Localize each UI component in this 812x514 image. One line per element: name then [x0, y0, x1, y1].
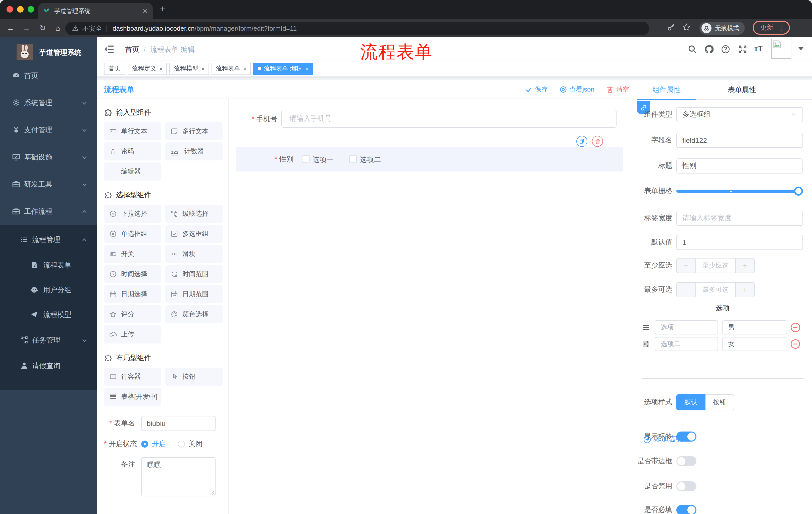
palette-item-下拉选择[interactable]: 下拉选择	[104, 205, 161, 223]
sidebar-item-任务管理[interactable]: 任务管理	[0, 327, 97, 353]
tag-close-icon[interactable]: ×	[159, 65, 163, 72]
fullscreen-icon[interactable]	[738, 45, 747, 54]
sidebar-logo-row[interactable]: 芋道管理系统	[0, 41, 97, 64]
palette-item-单选框组[interactable]: 单选框组	[104, 225, 161, 243]
github-icon[interactable]	[704, 45, 714, 54]
tag-首页[interactable]: 首页	[104, 63, 125, 75]
toggle-off[interactable]	[676, 456, 696, 466]
chrome-update-button[interactable]: 更新 ⋮	[753, 21, 790, 35]
field-name-input[interactable]: field122	[676, 133, 803, 148]
palette-item-滑块[interactable]: 滑块	[165, 245, 223, 263]
sidebar-item-首页[interactable]: 首页	[0, 63, 97, 88]
palette-item-单行文本[interactable]: 单行文本	[104, 122, 161, 140]
palette-item-编辑器[interactable]: 编辑器	[104, 162, 161, 181]
tag-流程模型[interactable]: 流程模型×	[170, 63, 209, 75]
sidebar-item-流程管理[interactable]: 流程管理	[0, 227, 97, 252]
sidebar-item-流程表单[interactable]: 流程表单	[0, 252, 97, 278]
palette-item-日期范围[interactable]: 日期范围	[165, 285, 223, 303]
tag-close-icon[interactable]: ×	[201, 65, 204, 72]
max-checked-input[interactable]: 最多可选	[696, 283, 735, 297]
palette-item-按钮[interactable]: 按钮	[165, 368, 223, 386]
stepper-plus-button[interactable]: +	[735, 283, 754, 297]
avatar[interactable]	[771, 39, 791, 59]
chrome-menu-icon[interactable]: ⋮	[778, 24, 784, 31]
help-icon[interactable]	[721, 45, 730, 54]
sidebar-item-工作流程[interactable]: 工作流程	[0, 199, 97, 224]
slider-handle[interactable]	[794, 187, 803, 196]
tag-close-icon[interactable]: ×	[243, 65, 246, 72]
palette-item-日期选择[interactable]: 日期选择	[104, 285, 161, 303]
home-icon[interactable]: ⌂	[53, 24, 62, 33]
reload-icon[interactable]: ↻	[38, 24, 47, 33]
label-width-input[interactable]: 请输入标签宽度	[676, 211, 803, 226]
form-remark-textarea[interactable]: 嘿嘿	[141, 457, 215, 496]
component-type-select[interactable]: 多选框组	[676, 107, 803, 122]
option-value-input[interactable]: 女	[722, 337, 787, 351]
bookmark-star-icon[interactable]	[683, 23, 690, 31]
stepper-plus-button[interactable]: +	[735, 259, 754, 273]
remove-option-icon[interactable]	[790, 322, 801, 332]
sidebar-item-基础设施[interactable]: 基础设施	[0, 144, 97, 169]
palette-item-评分[interactable]: 评分	[104, 305, 161, 323]
breadcrumb-home[interactable]: 首页	[125, 45, 139, 53]
tab-component-props[interactable]: 组件属性	[637, 80, 696, 99]
checkbox-option-2[interactable]	[349, 155, 357, 163]
tag-close-icon[interactable]: ×	[305, 65, 309, 72]
tag-流程表单[interactable]: 流程表单×	[211, 63, 251, 75]
drag-handle-icon[interactable]	[643, 341, 650, 348]
palette-item-行容器[interactable]: 行容器	[104, 368, 161, 386]
palette-item-时间选择[interactable]: 时间选择	[104, 265, 161, 283]
sidebar-item-系统管理[interactable]: 系统管理	[0, 90, 97, 115]
traffic-light-minimize[interactable]	[17, 6, 24, 12]
address-bar[interactable]: 不安全 dashboard.yudao.iocoder.cn/bpm/manag…	[65, 22, 649, 35]
sidebar-item-支付管理[interactable]: 支付管理	[0, 117, 97, 142]
delete-component-button[interactable]	[592, 136, 603, 147]
checkbox-option-1[interactable]	[302, 155, 310, 163]
option-style-默认[interactable]: 默认	[676, 394, 705, 410]
palette-item-时间范围[interactable]: 时间范围	[165, 265, 223, 283]
palette-item-密码[interactable]: 密码	[104, 142, 161, 160]
status-radio-on[interactable]: 开启	[141, 439, 166, 449]
grid-slider[interactable]	[676, 190, 799, 193]
clear-button[interactable]: 清空	[607, 85, 629, 94]
traffic-light-zoom[interactable]	[28, 6, 34, 12]
avatar-caret-icon[interactable]	[799, 47, 804, 53]
option-value-input[interactable]: 男	[722, 320, 787, 334]
default-value-input[interactable]: 1	[676, 235, 803, 250]
font-size-icon[interactable]: ᴛT	[754, 44, 763, 53]
sidebar-item-流程模型[interactable]: 流程模型	[0, 302, 97, 327]
key-icon[interactable]	[667, 23, 675, 31]
palette-item-计数器[interactable]: 123计数器	[165, 142, 223, 160]
status-radio-off[interactable]: 关闭	[178, 439, 203, 449]
sidebar-item-用户分组[interactable]: 用户分组	[0, 277, 97, 302]
sidebar-collapse-icon[interactable]	[104, 44, 114, 54]
toggle-off[interactable]	[676, 481, 696, 491]
phone-field-input[interactable]: 请输入手机号	[281, 110, 616, 128]
save-button[interactable]: 保存	[526, 85, 548, 94]
form-name-input[interactable]: biubiu	[141, 416, 215, 431]
forward-icon[interactable]: →	[22, 24, 31, 33]
palette-item-级联选择[interactable]: 级联选择	[165, 205, 223, 223]
browser-tab[interactable]: 芋道管理系统 ✕	[38, 3, 153, 19]
stepper-minus-button[interactable]: −	[677, 283, 696, 297]
palette-item-开关[interactable]: 开关	[104, 245, 161, 263]
remove-option-icon[interactable]	[790, 339, 801, 349]
toggle-on[interactable]	[676, 432, 696, 441]
sidebar-item-请假查询[interactable]: 请假查询	[0, 353, 97, 378]
palette-item-上传[interactable]: 上传	[104, 325, 161, 344]
selected-component-gender[interactable]: * 性别 选项一 选项二	[236, 147, 623, 171]
palette-item-表格[开发中][interactable]: 表格[开发中]	[104, 388, 161, 406]
palette-item-多行文本[interactable]: 多行文本	[165, 122, 223, 140]
back-icon[interactable]: ←	[6, 24, 15, 33]
tab-close-icon[interactable]: ✕	[142, 7, 148, 15]
option-style-按钮[interactable]: 按钮	[705, 394, 734, 410]
view-json-button[interactable]: 查看json	[560, 85, 594, 94]
min-checked-input[interactable]: 至少应选	[696, 259, 735, 273]
drag-handle-icon[interactable]	[643, 324, 650, 331]
tag-流程定义[interactable]: 流程定义×	[127, 63, 167, 75]
tab-form-props[interactable]: 表单属性	[713, 80, 771, 99]
new-tab-button[interactable]: +	[160, 4, 165, 13]
copy-component-button[interactable]	[576, 136, 587, 147]
tag-流程表单-编辑[interactable]: 流程表单-编辑×	[254, 63, 313, 75]
option-name-input[interactable]: 选项二	[655, 337, 718, 351]
